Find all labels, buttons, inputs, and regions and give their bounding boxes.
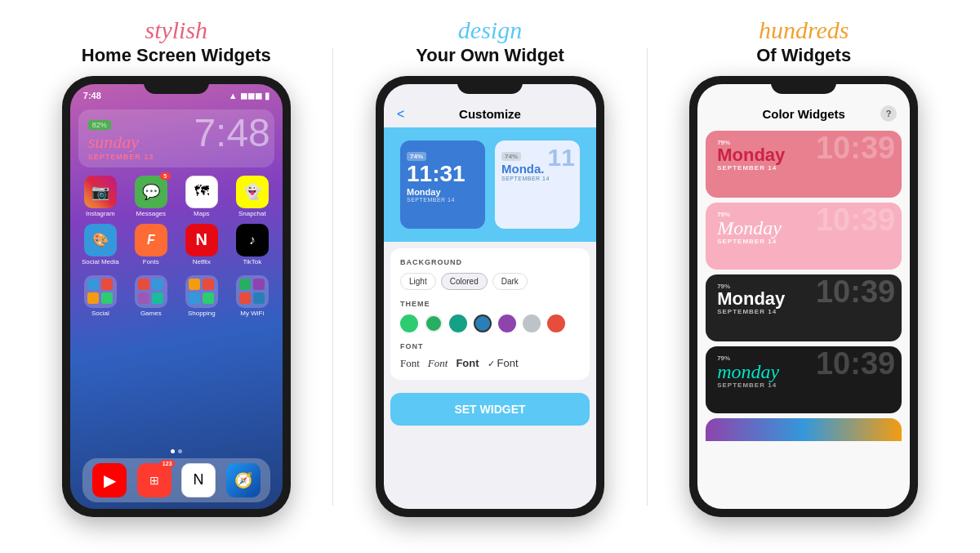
dot-1 <box>171 449 175 453</box>
app-folder-shopping[interactable]: Shopping <box>180 275 224 317</box>
panel-1: stylish Home Screen Widgets 7:48 ▲ ◼◼◼ ▮… <box>29 16 323 538</box>
folder-social-img <box>84 275 117 308</box>
wc2-time-bg: 10:39 <box>816 204 895 235</box>
widget-card-3[interactable]: 79% 10:39 Monday SEPTEMBER 14 <box>706 274 902 341</box>
app-icon-fonts[interactable]: F Fonts <box>129 224 173 265</box>
pw2-time-bg: 11 <box>548 144 575 171</box>
help-button[interactable]: ? <box>880 105 897 122</box>
phone-1-inner: 7:48 ▲ ◼◼◼ ▮ 82% 7:48 sunday SEPTEMBER 1… <box>70 84 283 509</box>
app-icon-tiktok[interactable]: ♪ TikTok <box>230 224 274 265</box>
pw1-time: 11:31 <box>407 162 479 187</box>
app-icon-img-fonts: F <box>135 224 167 256</box>
folder-label-shopping: Shopping <box>188 310 216 317</box>
preview-widget-1[interactable]: 74% 11:31 Monday SEPTEMBER 14 <box>400 140 485 229</box>
widget-battery-1: 82% <box>88 120 111 130</box>
dock-widget[interactable]: ⊞ 123 <box>137 463 172 497</box>
page-dots <box>171 449 182 453</box>
folder-label-mywifi: My WiFi <box>240 310 264 317</box>
theme-darkgreen[interactable] <box>425 314 443 332</box>
wc3-time-bg: 10:39 <box>816 276 895 307</box>
app-icon-img-netflix: N <box>185 224 218 256</box>
panel-1-accent: stylish <box>82 16 271 45</box>
app-icon-img-ig: 📷 <box>84 176 117 208</box>
wc4-date: SEPTEMBER 14 <box>717 381 890 389</box>
font-opt-bold[interactable]: Font <box>456 357 479 369</box>
theme-silver[interactable] <box>523 314 541 332</box>
folder-shopping-img <box>185 275 218 308</box>
app-grid-row3: Social Games <box>70 272 283 320</box>
divider-2 <box>647 48 648 506</box>
panel-2: design Your Own Widget < Customize 74% 1… <box>343 16 637 538</box>
folder-label-social: Social <box>91 310 109 317</box>
panel-1-main: Home Screen Widgets <box>82 45 271 66</box>
notch-2 <box>457 76 523 94</box>
dock-1: ▶ ⊞ 123 N 🧭 <box>82 458 270 502</box>
widget-card-2[interactable]: 79% 10:39 Monday SEPTEMBER 14 <box>706 203 902 270</box>
app-label-ig: Instagram <box>86 210 115 217</box>
preview-widget-2[interactable]: 74% 11 Monda. SEPTEMBER 14 <box>495 140 580 229</box>
pw1-battery: 74% <box>407 152 426 161</box>
app-container: stylish Home Screen Widgets 7:48 ▲ ◼◼◼ ▮… <box>0 0 980 553</box>
status-icons-1: ▲ ◼◼◼ ▮ <box>229 91 270 101</box>
app-icon-instagram[interactable]: 📷 Instagram <box>78 176 122 217</box>
bg-option-light[interactable]: Light <box>400 273 436 290</box>
pw1-day: Monday <box>407 187 479 197</box>
notch-1 <box>144 76 209 94</box>
app-label-snap: Snapchat <box>238 210 266 217</box>
phone-3-bg: Color Widgets ? 79% 10:39 Monday SEPTEMB… <box>697 84 910 509</box>
widget-list: 79% 10:39 Monday SEPTEMBER 14 79% 10:39 … <box>697 127 910 444</box>
folder-mywifi-img <box>236 275 269 308</box>
spacer-wave <box>70 320 283 353</box>
panel-3-main: Of Widgets <box>756 45 851 66</box>
app-label-netflix: Netflix <box>193 258 211 265</box>
wc3-date: SEPTEMBER 14 <box>717 308 890 315</box>
font-opt-italic[interactable]: Font <box>428 357 448 370</box>
back-arrow[interactable]: < <box>397 107 404 122</box>
app-icon-snapchat[interactable]: 👻 Snapchat <box>230 176 274 217</box>
folder-label-games: Games <box>140 310 162 317</box>
app-icon-img-tiktok: ♪ <box>236 224 269 256</box>
theme-purple[interactable] <box>498 314 516 332</box>
dock-notion[interactable]: N <box>181 463 216 497</box>
font-section-title: FONT <box>400 342 580 350</box>
theme-blue[interactable] <box>474 314 492 332</box>
theme-green[interactable] <box>400 314 418 332</box>
pw2-battery: 74% <box>501 152 521 161</box>
set-widget-button[interactable]: SET WIDGET <box>390 393 590 426</box>
panel-3-accent: hundreds <box>756 16 851 45</box>
folder-games-img <box>135 275 167 308</box>
font-opt-selected[interactable]: Font <box>488 357 519 369</box>
app-icon-netflix[interactable]: N Netflix <box>180 224 224 265</box>
app-icon-img-maps: 🗺 <box>185 176 218 208</box>
app-label-tiktok: TikTok <box>243 258 261 265</box>
divider-1 <box>332 48 333 506</box>
font-opt-serif[interactable]: Font <box>400 357 420 370</box>
wc4-time-bg: 10:39 <box>816 348 895 379</box>
app-folder-social[interactable]: Social <box>78 275 122 317</box>
phone-2-inner: < Customize 74% 11:31 Monday SEPTEMBER 1… <box>384 84 596 509</box>
app-folder-mywifi[interactable]: My WiFi <box>230 275 274 317</box>
phone-3: Color Widgets ? 79% 10:39 Monday SEPTEMB… <box>689 76 918 517</box>
wc1-date: SEPTEMBER 14 <box>717 164 890 172</box>
widget-card-1[interactable]: 79% 10:39 Monday SEPTEMBER 14 <box>706 131 902 198</box>
widget-card-4[interactable]: 79% 10:39 monday SEPTEMBER 14 <box>706 346 902 413</box>
panel-2-main: Your Own Widget <box>416 45 564 66</box>
dock-youtube[interactable]: ▶ <box>92 463 127 497</box>
bg-option-dark[interactable]: Dark <box>492 273 528 290</box>
font-options: Font Font Font Font <box>400 357 580 370</box>
app-folder-games[interactable]: Games <box>129 275 173 317</box>
app-icon-social[interactable]: 🎨 Social Media <box>78 224 122 265</box>
phone-1-bg: 7:48 ▲ ◼◼◼ ▮ 82% 7:48 sunday SEPTEMBER 1… <box>70 84 283 509</box>
messages-badge: 5 <box>160 172 171 180</box>
app-icon-messages[interactable]: 💬 5 Messages <box>129 176 173 217</box>
app-icon-maps[interactable]: 🗺 Maps <box>180 176 224 217</box>
app-icon-img-social: 🎨 <box>84 224 117 256</box>
dock-safari[interactable]: 🧭 <box>226 463 261 497</box>
theme-section-title: THEME <box>400 300 580 308</box>
bg-option-colored[interactable]: Colored <box>441 273 488 290</box>
settings-panel: BACKGROUND Light Colored Dark THEME <box>390 248 590 380</box>
wc1-time-bg: 10:39 <box>816 132 895 163</box>
theme-teal[interactable] <box>449 314 467 332</box>
app-grid-row2: 🎨 Social Media F Fonts N Netflix ♪ <box>70 221 283 269</box>
theme-red[interactable] <box>547 314 565 332</box>
